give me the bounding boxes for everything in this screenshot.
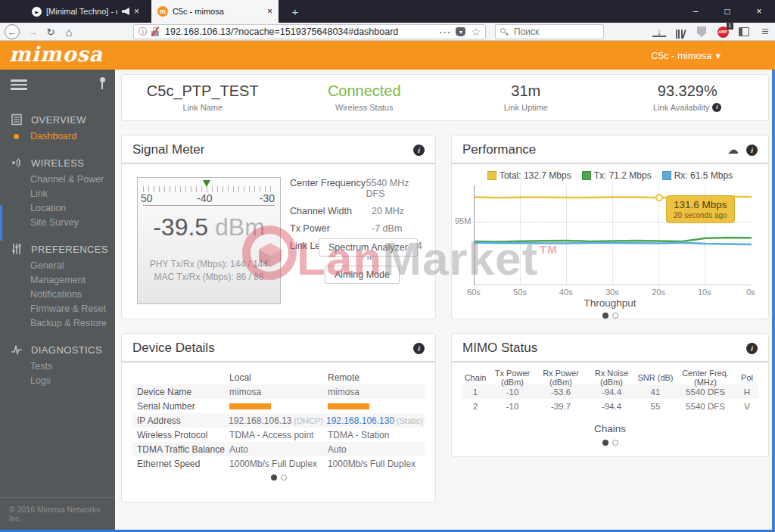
field-center-frequency: Center Frequency 5540 MHz DFS	[290, 178, 426, 199]
pocket-icon[interactable]: ▾	[456, 27, 465, 36]
play-icon: ▶	[32, 7, 42, 17]
legend-total[interactable]: Total: 132.7 Mbps	[487, 170, 571, 181]
sidebar-item-location[interactable]: Location	[0, 201, 115, 215]
page-dot[interactable]	[281, 474, 287, 481]
diagnostics-icon	[11, 344, 23, 356]
back-button[interactable]: ←	[5, 24, 20, 39]
sidebar-item-tests[interactable]: Tests	[0, 359, 115, 373]
wireless-icon	[11, 157, 23, 169]
tab-music[interactable]: ▶ [Minimal Techno] - слушат ×	[26, 0, 145, 23]
menu-icon[interactable]: ≡	[758, 25, 772, 39]
forward-button[interactable]: →	[25, 24, 40, 39]
sidebar-item-dashboard[interactable]: Dashboard	[0, 129, 115, 143]
section-diagnostics: DIAGNOSTICS	[0, 341, 115, 359]
sidebar-item-backup-restore[interactable]: Backup & Restore	[0, 316, 115, 330]
tab-mimosa[interactable]: m C5c - mimosa ×	[151, 0, 279, 23]
bookmark-star-icon[interactable]: ☆	[471, 26, 481, 38]
cloud-icon[interactable]: ☁	[727, 143, 739, 157]
info-icon[interactable]: i	[746, 343, 758, 354]
tab-close-icon[interactable]: ×	[267, 6, 272, 17]
pin-icon[interactable]	[99, 77, 105, 91]
table-row: 2 -10 -39.7 -94.4 55 5540 DFS V	[462, 399, 758, 413]
search-input[interactable]	[512, 26, 599, 38]
preferences-icon	[11, 243, 23, 255]
panel-title: Performance	[462, 142, 536, 157]
sidebar-item-general[interactable]: General	[0, 258, 115, 272]
throughput-chart[interactable]: 95M 131.6 Mbps 20 seconds ago	[474, 185, 751, 285]
status-uptime: 31m Link Uptime	[445, 82, 607, 114]
hover-point-marker	[656, 194, 662, 201]
page-dot[interactable]	[612, 313, 618, 319]
search-box[interactable]	[495, 24, 604, 39]
tab-close-icon[interactable]: ×	[134, 6, 139, 17]
sidebar-item-notifications[interactable]: Notifications	[0, 287, 115, 301]
window-edge	[0, 205, 2, 241]
info-icon[interactable]: i	[712, 103, 721, 112]
link-status-bar: C5c_PTP_TEST Link Name Connected Wireles…	[121, 74, 769, 121]
downloads-icon[interactable]: ↓	[652, 26, 666, 37]
tab-title: C5c - mimosa	[173, 7, 263, 16]
device-menu[interactable]: C5c - mimosa ▾	[651, 41, 721, 70]
speaker-icon[interactable]	[122, 8, 129, 15]
remote-ip-link[interactable]: 192.168.106.130	[326, 415, 394, 426]
mimosa-favicon: m	[157, 6, 168, 17]
panel-title: MIMO Status	[462, 341, 537, 356]
copyright: © 2016 Mimosa Networks Inc.	[0, 497, 115, 523]
shield-icon[interactable]	[695, 25, 708, 39]
info-icon[interactable]: i	[413, 145, 425, 156]
legend-tx[interactable]: Tx: 71.2 Mbps	[582, 170, 652, 181]
panel-title: Signal Meter	[132, 142, 204, 157]
chains-caption: Chains	[452, 423, 768, 434]
sidebar: OVERVIEW Dashboard WIRELESS Channel & Po…	[0, 70, 115, 532]
page-dot-active[interactable]	[271, 474, 277, 481]
rssi-value: -39.5 dBm	[138, 213, 280, 241]
adblock-icon[interactable]: ABP 1	[716, 25, 730, 39]
chart-tooltip: 131.6 Mbps 20 seconds ago	[666, 195, 735, 223]
legend-rx[interactable]: Rx: 61.5 Mbps	[662, 170, 733, 181]
carousel-dots	[452, 440, 768, 446]
sidebar-nav: OVERVIEW Dashboard WIRELESS Channel & Po…	[0, 100, 115, 387]
sidebar-item-firmware-reset[interactable]: Firmware & Reset	[0, 301, 115, 316]
status-link-name: C5c_PTP_TEST Link Name	[122, 82, 284, 114]
mimo-table: Chain Tx Power (dBm) Rx Power (dBm) Rx N…	[462, 370, 758, 413]
page-dot[interactable]	[612, 440, 618, 446]
sidebar-item-link[interactable]: Link	[0, 186, 115, 201]
sidebar-item-channel-power[interactable]: Channel & Power	[0, 172, 115, 186]
sidebar-item-site-survey[interactable]: Site Survey	[0, 215, 115, 229]
library-icon[interactable]	[674, 25, 687, 39]
sidebar-item-management[interactable]: Management	[0, 272, 115, 287]
search-icon	[500, 28, 509, 36]
active-item-bullet	[14, 134, 19, 139]
info-icon[interactable]: i	[746, 145, 758, 156]
page-actions-icon[interactable]: ⋯	[438, 25, 450, 39]
chevron-down-icon: ▾	[715, 50, 721, 61]
device-details-table: Local Remote Device Name mimosa mimosa S…	[132, 370, 425, 471]
aiming-mode-button[interactable]: Aiming Mode	[325, 266, 400, 284]
sidebar-toggle-icon[interactable]	[737, 25, 751, 39]
tab-title: [Minimal Techno] - слушат	[46, 7, 117, 16]
performance-panel: Performance ☁ i Total: 132.7 Mbps Tx: 71…	[451, 135, 769, 319]
info-icon[interactable]: i	[413, 343, 425, 354]
table-row: Wireless Protocol TDMA - Access point TD…	[132, 428, 425, 442]
sidebar-collapse-icon[interactable]	[11, 79, 27, 90]
spectrum-analyzer-button[interactable]: Spectrum Analyzer	[319, 238, 418, 257]
url-input[interactable]	[163, 26, 434, 38]
redacted-serial-bar	[328, 403, 369, 409]
minimize-button[interactable]: –	[680, 0, 711, 23]
table-row: Ethernet Speed 1000Mb/s Full Duplex 1000…	[132, 456, 425, 471]
insecure-lock-icon[interactable]	[151, 27, 160, 36]
close-button[interactable]: ×	[743, 0, 775, 23]
section-overview: OVERVIEW	[0, 110, 115, 129]
maximize-button[interactable]: □	[711, 0, 743, 23]
page-info-icon[interactable]: ⓘ	[139, 26, 148, 39]
reload-button[interactable]: ↻	[43, 24, 58, 39]
phy-mac-rates: PHY Tx/Rx (Mbps): 144 / 144 MAC Tx/Rx (M…	[138, 258, 280, 284]
home-button[interactable]: ⌂	[61, 24, 76, 39]
page-dot-active[interactable]	[602, 440, 608, 446]
new-tab-button[interactable]: +	[285, 0, 306, 23]
sidebar-item-logs[interactable]: Logs	[0, 373, 115, 387]
url-bar[interactable]: ⓘ ⋯ ▾ ☆	[133, 24, 486, 39]
table-row: TDMA Traffic Balance Auto Auto	[132, 442, 425, 456]
table-row: IP Address 192.168.106.13(DHCP) 192.168.…	[132, 413, 425, 428]
page-dot-active[interactable]	[602, 313, 608, 319]
